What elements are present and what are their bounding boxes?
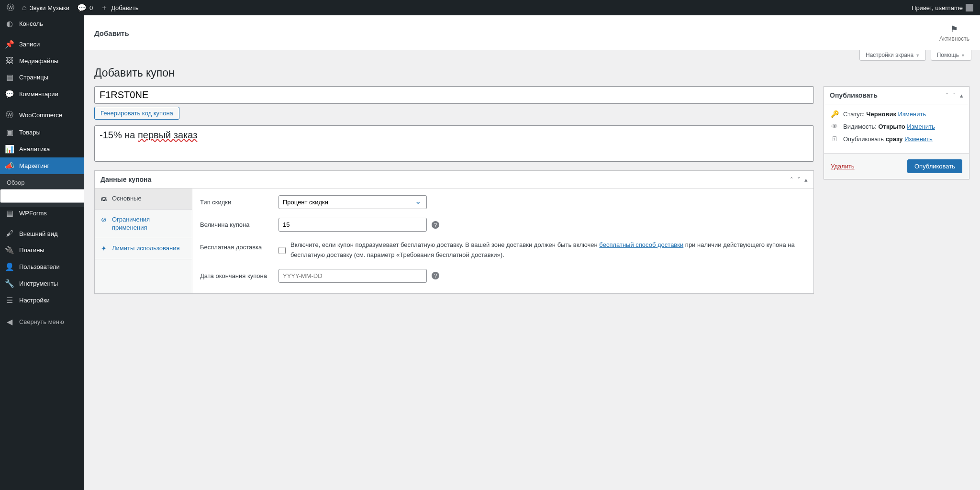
- ban-icon: ⊘: [100, 215, 107, 224]
- move-up-icon[interactable]: ˄: [946, 92, 949, 99]
- help-icon[interactable]: ?: [432, 272, 439, 279]
- expiry-input[interactable]: [278, 269, 427, 283]
- home-icon: ⌂: [22, 3, 27, 12]
- plus-icon: ＋: [100, 3, 108, 13]
- sidebar-item-products[interactable]: ▣Товары: [0, 124, 84, 141]
- sidebar-item-marketing[interactable]: 📣Маркетинг: [0, 157, 84, 174]
- toggle-icon[interactable]: ▴: [804, 176, 808, 183]
- status-line: Статус: Черновик Изменить: [843, 111, 926, 118]
- expiry-label: Дата окончания купона: [200, 269, 273, 279]
- publish-button[interactable]: Опубликовать: [907, 159, 962, 173]
- sidebar-item-pages[interactable]: ▤Страницы: [0, 69, 84, 86]
- wrench-icon: 🔧: [5, 279, 14, 288]
- comment-icon: 💬: [77, 3, 87, 12]
- collapse-menu[interactable]: ◀Свернуть меню: [0, 312, 84, 332]
- sidebar-item-analytics[interactable]: 📊Аналитика: [0, 141, 84, 157]
- wordpress-icon: ⓦ: [7, 3, 14, 13]
- user-icon: 👤: [5, 262, 14, 271]
- sidebar-item-comments[interactable]: 💬Комментарии: [0, 86, 84, 102]
- sidebar-item-wpforms[interactable]: ▤WPForms: [0, 205, 84, 222]
- brush-icon: 🖌: [5, 229, 14, 238]
- pin-icon: 📌: [5, 40, 14, 49]
- move-down-icon[interactable]: ˅: [797, 176, 801, 183]
- move-up-icon[interactable]: ˄: [790, 176, 793, 183]
- sidebar-item-settings[interactable]: ☰Настройки: [0, 292, 84, 309]
- publish-title: Опубликовать: [830, 91, 878, 99]
- discount-type-select[interactable]: Процент скидки: [278, 195, 427, 209]
- page-title: Добавить купон: [94, 67, 969, 79]
- sidebar-item-plugins[interactable]: 🔌Плагины: [0, 242, 84, 258]
- pages-icon: ▤: [5, 73, 14, 82]
- greeting-text: Привет, username: [912, 4, 963, 11]
- media-icon: 🖾: [5, 56, 14, 65]
- sidebar-item-posts[interactable]: 📌Записи: [0, 36, 84, 53]
- ticket-icon: 🎟: [100, 194, 107, 203]
- publish-postbox: Опубликовать ˄ ˅ ▴ 🔑 Статус: Черновик Из…: [824, 86, 969, 179]
- sidebar-item-woocommerce[interactable]: ⓦWooCommerce: [0, 106, 84, 124]
- sliders-icon: ☰: [5, 296, 14, 305]
- coupon-data-postbox: Данные купона ˄ ˅ ▴ 🎟Основные ⊘Ограничен…: [94, 170, 814, 294]
- coupon-code-input[interactable]: [94, 86, 814, 104]
- products-icon: ▣: [5, 128, 14, 137]
- plug-icon: 🔌: [5, 245, 14, 255]
- woo-icon: ⓦ: [5, 110, 14, 120]
- flag-icon: ⚑: [950, 24, 958, 34]
- site-name[interactable]: ⌂Звуки Музыки: [18, 0, 73, 15]
- tab-restrictions[interactable]: ⊘Ограничения применения: [95, 210, 192, 238]
- tab-limits[interactable]: ✦Лимиты использования: [95, 238, 192, 259]
- help-tab[interactable]: Помощь▼: [931, 50, 971, 61]
- amount-input[interactable]: [278, 218, 427, 232]
- eye-icon: 👁: [831, 122, 838, 130]
- add-new[interactable]: ＋Добавить: [97, 0, 142, 15]
- page-head-title: Добавить: [94, 29, 129, 37]
- sidebar-item-dashboard[interactable]: ◐Консоль: [0, 15, 84, 32]
- wpforms-icon: ▤: [5, 209, 14, 218]
- activity-button[interactable]: ⚑ Активность: [939, 24, 969, 42]
- free-shipping-method-link[interactable]: бесплатный способ доставки: [599, 241, 683, 248]
- key-icon: 🔑: [831, 110, 838, 118]
- sidebar-item-tools[interactable]: 🔧Инструменты: [0, 275, 84, 292]
- avatar: [966, 4, 973, 11]
- tab-general[interactable]: 🎟Основные: [95, 189, 192, 210]
- analytics-icon: 📊: [5, 145, 14, 154]
- add-new-label: Добавить: [111, 4, 138, 11]
- visibility-line: Видимость: Открыто Изменить: [843, 123, 935, 130]
- screen-options-tab[interactable]: Настройки экрана▼: [859, 50, 926, 61]
- move-down-icon[interactable]: ˅: [953, 92, 956, 99]
- user-greeting[interactable]: Привет, username: [908, 0, 977, 15]
- collapse-icon: ◀: [5, 317, 14, 326]
- discount-type-label: Тип скидки: [200, 195, 273, 206]
- amount-label: Величина купона: [200, 218, 273, 228]
- site-title: Звуки Музыки: [30, 4, 69, 11]
- content-area: Добавить ⚑ Активность Настройки экрана▼ …: [84, 15, 980, 490]
- caret-down-icon: ▼: [961, 53, 965, 58]
- edit-visibility-link[interactable]: Изменить: [907, 123, 935, 130]
- sparkle-icon: ✦: [100, 244, 107, 253]
- comments-link[interactable]: 💬0: [73, 0, 97, 15]
- calendar-icon: 🗓: [831, 135, 838, 143]
- coupon-tabs: 🎟Основные ⊘Ограничения применения ✦Лимит…: [95, 189, 192, 293]
- submenu-overview[interactable]: Обзор: [0, 176, 84, 189]
- comments-icon: 💬: [5, 89, 14, 99]
- coupon-description-input[interactable]: -15% на первый заказ: [94, 125, 814, 162]
- sidebar-item-appearance[interactable]: 🖌Внешний вид: [0, 225, 84, 242]
- delete-link[interactable]: Удалить: [831, 163, 855, 170]
- dashboard-icon: ◐: [5, 19, 14, 28]
- publish-on-line: Опубликовать сразу Изменить: [843, 135, 933, 143]
- help-icon[interactable]: ?: [432, 221, 439, 229]
- sidebar-item-media[interactable]: 🖾Медиафайлы: [0, 53, 84, 69]
- edit-publish-date-link[interactable]: Изменить: [904, 135, 933, 143]
- generate-code-button[interactable]: Генерировать код купона: [94, 107, 179, 120]
- megaphone-icon: 📣: [5, 161, 14, 170]
- caret-down-icon: ▼: [915, 53, 920, 58]
- sidebar-item-users[interactable]: 👤Пользователи: [0, 258, 84, 275]
- free-shipping-checkbox[interactable]: [278, 247, 286, 254]
- submenu-coupons[interactable]: Купоны: [0, 189, 84, 203]
- toggle-icon[interactable]: ▴: [960, 92, 963, 99]
- screen-meta: Настройки экрана▼ Помощь▼: [84, 50, 980, 61]
- edit-status-link[interactable]: Изменить: [898, 111, 926, 118]
- free-shipping-label: Бесплатная доставка: [200, 240, 273, 251]
- wp-logo[interactable]: ⓦ: [3, 0, 18, 15]
- activity-label: Активность: [939, 35, 969, 42]
- coupon-data-title: Данные купона: [100, 176, 151, 183]
